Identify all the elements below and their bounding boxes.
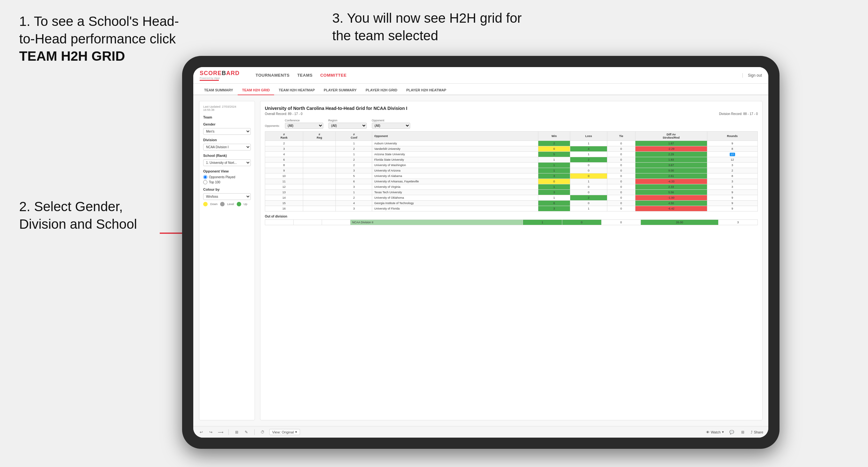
conference-filter: Conference (All) [285,119,323,129]
table-row: 154Georgia Institute of Technology6004.5… [265,200,758,206]
tablet-screen: SCOREBARD Powered by clippi TOURNAMENTS … [193,67,768,438]
logo-sub: Powered by clippi [200,77,220,80]
ann1-bold: TEAM H2H GRID [19,49,125,64]
opponent-view-label: Opponent View [203,169,251,173]
record-row: Overall Record: 89 - 17 - 0 Division Rec… [265,112,758,116]
paint-icon[interactable]: ✎ [243,429,249,435]
main-content: Last Updated: 27/03/2024 16:55:38 Team G… [193,95,768,426]
table-row: 62Florida State University1201.8312 [265,157,758,163]
crop-icon[interactable]: ⊞ [234,429,240,435]
col-loss: Loss [570,132,607,141]
table-row: 116University of Arkansas, Fayetteville0… [265,179,758,184]
table-row: 41Arizona State University5102.29 17 [265,152,758,157]
tab-team-h2h-grid[interactable]: TEAM H2H GRID [238,86,274,95]
filter-row: Opponents: Conference (All) Region (All) [265,119,758,129]
colour-dot-down [203,202,208,206]
grid-title: University of North Carolina Head-to-Hea… [265,106,758,111]
gender-select[interactable]: Men's [203,128,251,135]
table-row: 163University of Florida310-6.429 [265,206,758,212]
forward-icon[interactable]: ⟶ [218,429,223,435]
grid-icon[interactable]: ⊞ [740,429,746,435]
nav-committee[interactable]: COMMITTEE [320,73,347,77]
last-updated: Last Updated: 27/03/2024 16:55:38 [203,105,251,112]
nav-tournaments[interactable]: TOURNAMENTS [255,73,289,77]
ann3-text: 3. You will now see H2H grid for the tea… [332,10,522,43]
region-filter: Region (All) [329,119,367,129]
colour-by-label: Colour by [203,187,251,191]
redo-icon[interactable]: ↪ [208,429,214,435]
table-row: 82University of Washington1003.673 [265,163,758,168]
tab-team-summary[interactable]: TEAM SUMMARY [200,86,238,95]
gender-label: Gender [203,122,251,126]
undo-icon[interactable]: ↩ [198,429,204,435]
col-rank: #Rank [265,132,303,141]
school-label: School (Rank) [203,154,251,157]
toolbar-view-btn[interactable]: View: Original ▾ [269,429,300,435]
col-opponent: Opponent [372,132,538,141]
table-row: 32Vanderbilt University040-2.298 [265,146,758,152]
opponent-view-group: Opponents Played Top 100 [203,175,251,184]
sub-nav: TEAM SUMMARY TEAM H2H GRID TEAM H2H HEAT… [193,84,768,95]
table-row: 131Texas Tech University3005.569 [265,190,758,195]
out-of-division-title: Out of division [265,215,758,218]
bottom-toolbar: ↩ ↪ ⟶ ⊞ ✎ ⏱ View: Original ▾ 👁 Watch ▾ 💬… [193,426,768,438]
toolbar-right: 👁 Watch ▾ 💬 ⊞ ⤴ Share [706,429,763,435]
table-row: 123University of Virginia1002.333 [265,184,758,190]
tab-player-h2h-heatmap[interactable]: PLAYER H2H HEATMAP [402,86,451,95]
colour-by-select[interactable]: Win/loss [203,193,251,200]
share-btn[interactable]: ⤴ Share [751,430,763,434]
tab-player-h2h-grid[interactable]: PLAYER H2H GRID [361,86,402,95]
col-diff: Diff AvStrokes/Rnd [635,132,707,141]
col-rounds: Rounds [707,132,757,141]
grid-panel: University of North Carolina Head-to-Hea… [260,101,763,421]
nav-bar: SCOREBARD Powered by clippi TOURNAMENTS … [193,67,768,84]
toolbar-sep-2 [254,429,255,435]
nav-links: TOURNAMENTS TEAMS COMMITTEE [255,73,347,77]
tablet-frame: SCOREBARD Powered by clippi TOURNAMENTS … [182,56,779,449]
tab-team-h2h-heatmap[interactable]: TEAM H2H HEATMAP [274,86,319,95]
table-row: 21Auburn University2101.679 [265,141,758,146]
table-row: 142University of Oklahoma120-1.009 [265,195,758,200]
logo-area: SCOREBARD Powered by clippi [200,70,240,81]
opponent-select[interactable]: (All) [372,123,410,129]
watch-btn[interactable]: 👁 Watch ▾ [706,430,724,434]
left-panel: Last Updated: 27/03/2024 16:55:38 Team G… [199,101,255,421]
col-tie: Tie [607,132,635,141]
annotation-3: 3. You will now see H2H grid for the tea… [332,9,524,44]
clock-icon[interactable]: ⏱ [260,429,266,435]
nav-teams[interactable]: TEAMS [297,73,312,77]
radio-top100[interactable]: Top 100 [203,180,251,184]
sign-out[interactable]: Sign out [742,73,762,77]
opponent-filter: Opponent (All) [372,119,410,129]
table-row: NCAA Division II 1 0 0 26.00 3 [265,220,758,225]
division-select[interactable]: NCAA Division I [203,144,251,151]
logo-text: SCOREBARD [200,70,240,77]
col-win: Win [538,132,570,141]
team-label: Team [203,115,251,119]
logo-bar [200,80,219,81]
col-conf: #Conf [336,132,372,141]
division-label: Division [203,138,251,142]
conference-select[interactable]: (All) [285,123,323,129]
region-select[interactable]: (All) [329,123,367,129]
out-of-division-table: NCAA Division II 1 0 0 26.00 3 [265,219,758,225]
radio-opponents-played[interactable]: Opponents Played [203,175,251,179]
table-row: 105University of Alabama3002.618 [265,174,758,179]
annotation-2: 2. Select Gender, Division and School [19,198,166,233]
colour-section: Colour by Win/loss Down Level Up [203,187,251,206]
comment-icon[interactable]: 💬 [729,429,735,435]
table-row: 93University of Arizona1009.002 [265,168,758,174]
school-select[interactable]: 1. University of Nort... [203,159,251,166]
annotation-1: 1. To see a School's Head-to-Head perfor… [19,13,185,65]
toolbar-sep-1 [228,429,229,435]
colour-dots: Down Level Up [203,202,251,206]
ann2-text: 2. Select Gender, Division and School [19,199,137,231]
h2h-table: #Rank #Reg #Conf Opponent Win Loss Tie D… [265,131,758,212]
colour-dot-level [220,202,225,206]
ann1-text: 1. To see a School's Head-to-Head perfor… [19,14,179,46]
col-reg: #Reg [303,132,336,141]
colour-dot-up [237,202,241,206]
tab-player-summary[interactable]: PLAYER SUMMARY [319,86,361,95]
